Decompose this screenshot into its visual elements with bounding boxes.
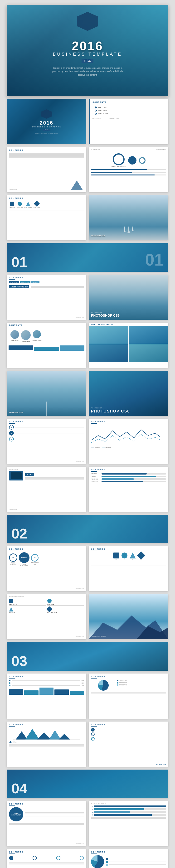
circle-3	[139, 157, 146, 164]
slide-contents-4: CONTENTS PHOTOSHOP ILLUSTRATOR INDESIGN …	[7, 275, 86, 320]
photo-1	[89, 326, 128, 344]
slide-laptop: PHOTOSHOP ADOBE Photosh	[7, 467, 86, 512]
slides-row-9: CONTENTS 01 ADOBEINDESIGN ADOBE ADOBEILL…	[7, 546, 168, 591]
icon-row: ITEM ONE ITEM TWO ITEM THREE ITEM FOUR	[9, 202, 84, 208]
icon-a	[10, 202, 14, 206]
slide-circles-info: CONTENTS 01 ADOBEINDESIGN ADOBE ADOBEILL…	[7, 546, 86, 591]
hero-title: BUSINESS TEMPLATE	[52, 52, 123, 57]
photo-2	[129, 326, 169, 344]
wave-svg	[91, 426, 160, 445]
svg-marker-3	[25, 729, 39, 740]
slide-mini-hero: 2016 BUSINESS TEMPLATE FREE Content is a…	[7, 99, 86, 144]
photo-grid	[89, 326, 168, 362]
slides-row-14: CONTENTS	[7, 849, 168, 868]
text-lines-2	[9, 153, 84, 158]
circle-2	[128, 156, 137, 164]
circle-label-1: ADOBE PHOTOSHOP	[112, 166, 126, 167]
slides-row-6: Photoshop CS6 PHOTOSHOP PHOTOSHOP CS6	[7, 371, 168, 416]
contents-title-14b: CONTENTS	[91, 851, 166, 853]
info-header: PHOTOSHOP ILLUSTRATOR	[91, 149, 166, 151]
mini-title: BUSINESS TEMPLATE	[32, 126, 61, 128]
slides-row-4: CONTENTS PHOTOSHOP ILLUSTRATOR INDESIGN …	[7, 275, 168, 320]
wave-chart	[91, 426, 166, 446]
contents-title-1: CONTENTS	[92, 101, 166, 103]
legend: SERIES 1 SERIES 2	[91, 446, 166, 448]
profile-1: PERSON ONE	[10, 330, 20, 343]
mini-subtitle: Content is an important element of succe…	[32, 132, 62, 134]
about-header: ABOUT OUR COMPANY	[89, 322, 168, 326]
section-divider-2: 02	[7, 515, 168, 543]
mixed-content: CATEGORY 1 CATEGORY 2 CATEGORY 3	[91, 680, 166, 691]
circle-1	[113, 153, 125, 165]
icon-b	[18, 202, 22, 206]
progress-bars	[91, 169, 166, 176]
photo-4	[129, 344, 169, 362]
items-list-7: 1 2 3	[9, 425, 84, 441]
slide-about: ABOUT OUR COMPANY	[89, 322, 168, 368]
icon-d	[34, 200, 40, 207]
mountain-svg	[89, 611, 168, 639]
dot-3	[95, 113, 97, 115]
slide-contents-1: CONTENTS PART ONE PART TWO PART THREE	[89, 99, 168, 144]
peak-legend: 50 Item	[9, 741, 84, 743]
slide-contents-13a: CONTENTS ADOBEILLUSTRATOR	[7, 801, 86, 846]
slides-row-2: CONTENTS Photoshop CS6 PHOTOSHOP	[7, 147, 168, 192]
slide-contents-12b: CONTENTS 1 2 3	[89, 721, 168, 767]
road	[42, 402, 51, 416]
list-items-11: 50% 30% 20%	[9, 680, 84, 686]
big-ps-text: PHOTOSHOP CS6	[91, 409, 166, 413]
section-num-02: 02	[11, 527, 27, 541]
slide-hbars-illustrator: ADOBE ILLUSTRATOR 01 02 03	[89, 801, 168, 846]
slide-contents-7: CONTENTS 1 2 3 Photoshop	[7, 418, 86, 464]
section-divider-4: 04	[7, 770, 168, 798]
pie-big	[91, 855, 104, 868]
hero-badge: FREE	[82, 59, 94, 63]
adobe-logo: ADOBE PHOTOSHOP	[9, 285, 29, 288]
profile-row: PERSON ONE PERSON TWO PERSON THREE	[8, 328, 84, 344]
slide-photoshop-text: PHOTOSHOP PHOTOSHOP CS6	[89, 371, 168, 416]
contents-title-9a: CONTENTS	[9, 548, 84, 550]
item-text-3: PART THREE	[98, 113, 109, 115]
slide-pie-contents: CONTENTS	[89, 849, 168, 868]
svg-marker-6	[58, 734, 70, 740]
item-text-2: PART TWO	[98, 110, 107, 112]
hero-hexagon	[77, 12, 98, 31]
mini-badge: FREE	[42, 129, 50, 131]
contents-title-hbar: CONTENTS	[91, 469, 166, 471]
pie-chart-sm	[98, 680, 109, 691]
slide-wave-chart: CONTENTS SERIES 1 SERIES 2	[89, 418, 168, 464]
profile-3: PERSON THREE	[32, 330, 41, 343]
section-divider-1: 01 01	[7, 243, 168, 272]
timeline-row	[9, 856, 84, 860]
slides-row-5: CONTENTS PERSON ONE PERSON TWO	[7, 322, 168, 368]
page-wrapper: 2016 BUSINESS TEMPLATE FREE Content is a…	[0, 0, 175, 868]
stats-grid: ILLUSTRATOR PHOTOSHOP INDESIGN	[9, 599, 84, 614]
contents-title-5: CONTENTS	[8, 324, 84, 326]
contents-title-wave: CONTENTS	[91, 421, 166, 423]
profile-stats	[8, 345, 84, 351]
mini-hexagon	[41, 110, 52, 119]
deco-triangle	[71, 181, 83, 190]
slide-landscape: Photoshop CS6	[7, 371, 86, 416]
slides-row-8: PHOTOSHOP ADOBE Photosh	[7, 467, 168, 512]
bottom-stats: PHOTOSHOP ILLUSTRATOR	[92, 118, 166, 120]
adobe-row: ADOBE PHOTOSHOP	[9, 285, 84, 288]
contents-title-2: CONTENTS	[9, 149, 84, 151]
section-num-01: 01	[11, 255, 27, 269]
scenic-label: ADOBE ILLUSTRATOR	[91, 636, 106, 637]
hbar-items: ITEM ONE ITEM TWO ITEM THREE	[91, 473, 166, 483]
dot-2	[95, 110, 97, 112]
slide-contents-12a: CONTENTS 50 Item	[7, 721, 86, 767]
slides-row-12: CONTENTS 50 Item	[7, 721, 168, 767]
slides-row-10: ADOBE PHOTOSHOP ILLUSTRATOR PHOTOSHOP	[7, 594, 168, 639]
circles-row: ADOBE PHOTOSHOP	[91, 152, 166, 169]
icon-c	[26, 202, 30, 206]
slides-row-11: CONTENTS 50% 30%	[7, 674, 168, 719]
big-circle: ADOBEILLUSTRATOR	[9, 807, 23, 822]
contents-item-2: PART TWO	[95, 110, 164, 112]
tag-row: PHOTOSHOP ILLUSTRATOR INDESIGN	[9, 281, 84, 283]
bar-chart-small	[9, 687, 84, 695]
hero-year: 2016	[52, 39, 123, 53]
contents-title-12b: CONTENTS	[91, 723, 166, 725]
slide-stats-4: ADOBE PHOTOSHOP ILLUSTRATOR PHOTOSHOP	[7, 594, 86, 639]
